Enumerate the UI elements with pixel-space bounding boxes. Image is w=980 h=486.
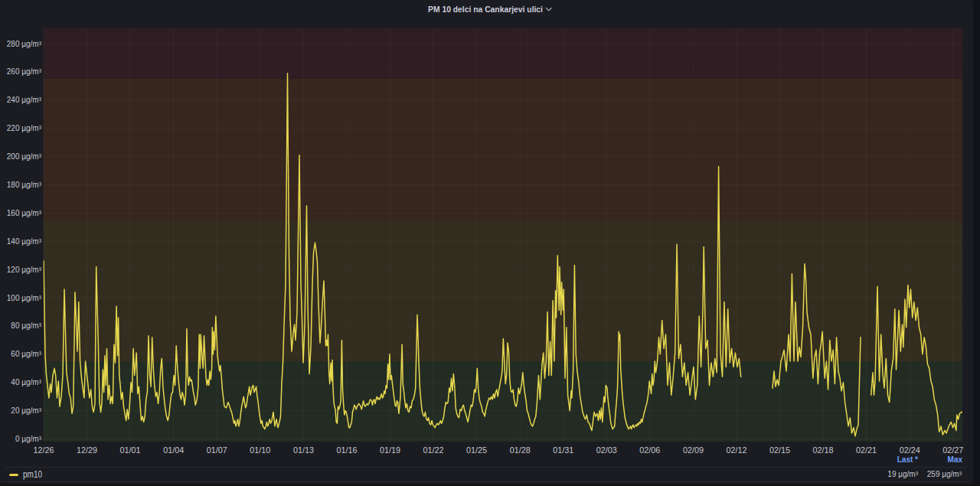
svg-text:pm10: pm10 (23, 469, 42, 480)
